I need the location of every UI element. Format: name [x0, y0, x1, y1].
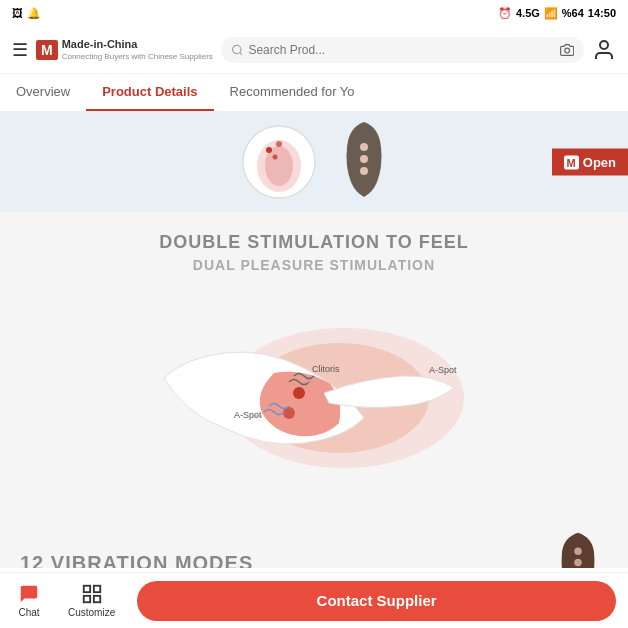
product-preview — [239, 117, 389, 207]
svg-text:A-Spot: A-Spot — [429, 365, 457, 375]
chat-icon — [18, 583, 40, 605]
tab-overview[interactable]: Overview — [0, 74, 86, 111]
svg-rect-27 — [83, 596, 89, 602]
banner-title-line1: DOUBLE STIMULATION TO FEEL — [20, 232, 608, 253]
vibration-product-image — [548, 528, 608, 568]
signal-icon: 📶 — [544, 7, 558, 20]
battery-text: %64 — [562, 7, 584, 19]
svg-point-7 — [276, 141, 282, 147]
banner-title-line2: DUAL PLEASURE STIMULATION — [20, 257, 608, 273]
svg-text:A-Spot: A-Spot — [234, 410, 262, 420]
logo[interactable]: M Made-in-China Connecting Buyers with C… — [36, 38, 213, 60]
svg-rect-26 — [93, 596, 99, 602]
profile-icon[interactable] — [592, 38, 616, 62]
main-content: M Open DOUBLE STIMULATION TO FEEL DUAL P… — [0, 112, 628, 568]
customize-action[interactable]: Customize — [58, 579, 125, 622]
svg-point-2 — [600, 41, 608, 49]
menu-icon[interactable]: ☰ — [12, 39, 28, 61]
camera-icon[interactable] — [560, 42, 574, 58]
vibration-title: 12 VIBRATION MODES — [20, 552, 253, 569]
header-icons — [592, 38, 616, 62]
svg-point-10 — [360, 155, 368, 163]
svg-text:Clitoris: Clitoris — [312, 364, 340, 374]
customize-icon — [81, 583, 103, 605]
svg-rect-25 — [93, 586, 99, 592]
svg-point-1 — [564, 48, 569, 53]
open-badge-label: Open — [583, 155, 616, 170]
customize-label: Customize — [68, 607, 115, 618]
bell-status-icon: 🔔 — [27, 7, 41, 20]
vibration-section: 12 VIBRATION MODES — [0, 513, 628, 568]
anatomy-illustration: Clitoris A-Spot A-Spot — [144, 298, 484, 498]
status-right: ⏰ 4.5G 📶 %64 14:50 — [498, 7, 616, 20]
tab-product-details[interactable]: Product Details — [86, 74, 213, 111]
svg-point-11 — [360, 167, 368, 175]
tabs: Overview Product Details Recommended for… — [0, 74, 628, 112]
bottom-left-actions: Chat Customize — [0, 579, 133, 622]
time-text: 14:50 — [588, 7, 616, 19]
svg-point-6 — [266, 147, 272, 153]
status-bar: 🖼 🔔 ⏰ 4.5G 📶 %64 14:50 — [0, 0, 628, 26]
status-left: 🖼 🔔 — [12, 7, 41, 20]
tab-recommended[interactable]: Recommended for Yo — [214, 74, 371, 111]
open-badge[interactable]: M Open — [552, 149, 628, 176]
svg-point-21 — [574, 548, 581, 555]
search-icon — [231, 43, 244, 57]
contact-supplier-button[interactable]: Contact Supplier — [137, 581, 616, 621]
alarm-icon: ⏰ — [498, 7, 512, 20]
open-badge-m: M — [564, 155, 579, 169]
chat-label: Chat — [18, 607, 39, 618]
image-status-icon: 🖼 — [12, 7, 23, 19]
network-text: 4.5G — [516, 7, 540, 19]
logo-tagline: Connecting Buyers with Chinese Suppliers — [62, 52, 213, 61]
product-side-image — [339, 117, 389, 207]
svg-point-14 — [293, 387, 305, 399]
top-image-section: M Open — [0, 112, 628, 212]
banner-section: DOUBLE STIMULATION TO FEEL DUAL PLEASURE… — [0, 212, 628, 293]
svg-point-22 — [574, 559, 581, 566]
svg-rect-24 — [83, 586, 89, 592]
svg-point-0 — [232, 45, 240, 53]
chat-action[interactable]: Chat — [8, 579, 50, 622]
svg-point-8 — [273, 155, 278, 160]
search-input[interactable] — [248, 43, 554, 57]
logo-m: M — [36, 40, 58, 60]
bottom-bar: Chat Customize Contact Supplier — [0, 572, 628, 628]
anatomy-section: Clitoris A-Spot A-Spot — [0, 293, 628, 513]
header: ☰ M Made-in-China Connecting Buyers with… — [0, 26, 628, 74]
search-bar[interactable] — [221, 37, 584, 63]
logo-text-block: Made-in-China Connecting Buyers with Chi… — [62, 38, 213, 60]
logo-name: Made-in-China — [62, 38, 213, 51]
svg-point-9 — [360, 143, 368, 151]
circle-detail-image — [239, 122, 319, 202]
